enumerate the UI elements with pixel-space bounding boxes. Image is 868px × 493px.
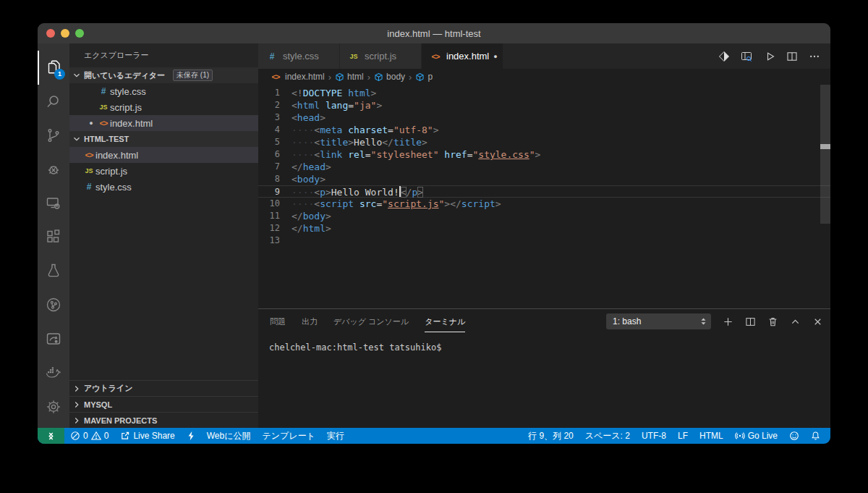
line-number: 13: [258, 235, 292, 247]
status-live-share[interactable]: Live Share: [114, 428, 180, 444]
panel-tab-デバッグ コンソール[interactable]: デバッグ コンソール: [333, 311, 409, 332]
section-アウトライン[interactable]: アウトライン: [69, 380, 258, 396]
code-token: >: [320, 112, 326, 123]
split-terminal-button[interactable]: [745, 316, 756, 327]
minimize-window-button[interactable]: [61, 29, 69, 38]
status-run-task[interactable]: 実行: [321, 428, 350, 444]
open-editors-header[interactable]: 開いているエディター 未保存 (1): [69, 67, 258, 83]
project-header[interactable]: HTML-TEST: [69, 131, 258, 147]
breadcrumb-item-body[interactable]: body: [374, 72, 405, 82]
vscode-window: index.html — html-test 1 エクスプローラー 開いているエ…: [38, 23, 830, 444]
code-token: </: [450, 198, 461, 209]
activity-remote-explorer-button[interactable]: [38, 186, 69, 220]
status-cursor-position[interactable]: 行 9、列 20: [522, 428, 579, 444]
status-eol[interactable]: LF: [672, 428, 694, 444]
status-language-mode[interactable]: HTML: [694, 428, 729, 444]
breadcrumb-item-html[interactable]: html: [335, 72, 364, 82]
maximize-panel-button[interactable]: [790, 316, 801, 327]
open-editor-style.css[interactable]: #style.css: [69, 83, 258, 99]
html-file-icon: <>: [82, 151, 95, 159]
code-token: ····: [292, 125, 314, 135]
code-line-1[interactable]: 1<!DOCTYPE html>: [258, 87, 830, 99]
activity-docker-button[interactable]: [38, 355, 69, 389]
breadcrumb-label: html: [347, 72, 364, 82]
panel-tab-ターミナル[interactable]: ターミナル: [425, 311, 465, 332]
breadcrumb-item-index.html[interactable]: <>index.html: [269, 72, 325, 82]
code-line-6[interactable]: 6····<link rel="stylesheet" href="style.…: [258, 148, 830, 161]
activity-testing-button[interactable]: [38, 254, 69, 288]
file-index.html[interactable]: <>index.html: [69, 147, 258, 163]
close-panel-button[interactable]: [812, 316, 823, 327]
scrollbar-slider[interactable]: [820, 85, 830, 224]
file-script.js[interactable]: JSscript.js: [69, 163, 258, 179]
file-style.css[interactable]: #style.css: [69, 179, 258, 195]
status-indentation[interactable]: スペース: 2: [579, 428, 636, 444]
unsaved-badge: 未保存 (1): [173, 69, 213, 81]
code-editor[interactable]: 1<!DOCTYPE html>2<html lang="ja">3<head>…: [258, 85, 830, 308]
activity-extensions-button[interactable]: [38, 220, 69, 254]
activity-source-control-button[interactable]: [38, 119, 69, 153]
terminal-select[interactable]: 1: bash: [606, 313, 711, 329]
kill-terminal-button[interactable]: [767, 316, 778, 327]
tab-style.css[interactable]: #style.css: [258, 43, 340, 69]
panel-tab-出力[interactable]: 出力: [302, 311, 318, 332]
section-MYSQL[interactable]: MYSQL: [69, 396, 258, 412]
activity-project-manager-button[interactable]: [38, 288, 69, 322]
tab-script.js[interactable]: JSscript.js: [340, 43, 422, 69]
code-line-2[interactable]: 2<html lang="ja">: [258, 99, 830, 111]
status-go-live[interactable]: Go Live: [729, 428, 783, 444]
terminal-prompt[interactable]: chelchel-mac:html-test tatsuhiko$: [269, 342, 830, 353]
close-window-button[interactable]: [46, 29, 55, 38]
code-line-5[interactable]: 5····<title>Hello</title>: [258, 136, 830, 148]
code-line-9[interactable]: 9····<p>Hello World!</p>: [258, 185, 830, 198]
activity-search-button[interactable]: [38, 85, 69, 119]
open-editor-script.js[interactable]: JSscript.js: [69, 99, 258, 115]
code-line-11[interactable]: 11</body>: [258, 210, 830, 222]
code-line-7[interactable]: 7</head>: [258, 161, 830, 173]
format-button[interactable]: [718, 51, 730, 62]
terminal-view[interactable]: chelchel-mac:html-test tatsuhiko$: [258, 334, 830, 428]
editor-scrollbar[interactable]: [820, 85, 830, 308]
code-line-3[interactable]: 3<head>: [258, 111, 830, 124]
zoom-window-button[interactable]: [75, 29, 84, 38]
line-content: <body>: [292, 173, 326, 185]
new-terminal-button[interactable]: [723, 316, 733, 327]
status-feedback[interactable]: [783, 428, 805, 444]
status-problems[interactable]: 00: [64, 428, 114, 444]
code-line-12[interactable]: 12</html>: [258, 222, 830, 235]
activity-debug-button[interactable]: [38, 152, 69, 186]
breadcrumb-label: p: [427, 72, 433, 82]
run-button[interactable]: [764, 51, 775, 62]
more-actions-button[interactable]: [809, 51, 820, 62]
breadcrumb-separator: ›: [409, 72, 412, 83]
activity-explorer-button[interactable]: 1: [38, 51, 69, 85]
open-preview-button[interactable]: [741, 51, 753, 62]
status-template[interactable]: テンプレート: [257, 428, 321, 444]
breadcrumb-item-p[interactable]: p: [415, 72, 433, 82]
line-number: 9: [258, 186, 292, 197]
file-name: index.html: [95, 150, 138, 161]
code-line-10[interactable]: 10····<script src="script.js"></script>: [258, 198, 830, 210]
activity-screenshot-tool-button[interactable]: [38, 322, 69, 356]
open-editor-index.html[interactable]: ●<>index.html: [69, 115, 258, 131]
status-encoding[interactable]: UTF-8: [636, 428, 672, 444]
chevron-right-icon: [72, 400, 82, 410]
split-editor-button[interactable]: [786, 51, 798, 62]
code-line-13[interactable]: 13: [258, 235, 830, 247]
code-line-8[interactable]: 8<body>: [258, 173, 830, 185]
line-content: ····<title>Hello</title>: [292, 136, 427, 148]
activity-manage-button[interactable]: [38, 389, 69, 424]
code-token: <: [314, 149, 320, 160]
modified-dot-icon[interactable]: ●: [493, 53, 497, 60]
panel-tab-問題[interactable]: 問題: [270, 311, 286, 332]
section-MAVEN PROJECTS[interactable]: MAVEN PROJECTS: [69, 412, 258, 428]
docker-icon: [44, 364, 63, 382]
code-line-4[interactable]: 4····<meta charset="utf-8">: [258, 124, 830, 136]
title-bar[interactable]: index.html — html-test: [38, 23, 830, 43]
status-notifications[interactable]: [805, 428, 826, 444]
tab-index.html[interactable]: <>index.html●: [422, 43, 503, 69]
status-publish-web[interactable]: Webに公開: [201, 428, 257, 444]
status-lightning[interactable]: [181, 428, 201, 444]
status-remote[interactable]: [38, 428, 64, 444]
code-token: >: [326, 223, 331, 234]
